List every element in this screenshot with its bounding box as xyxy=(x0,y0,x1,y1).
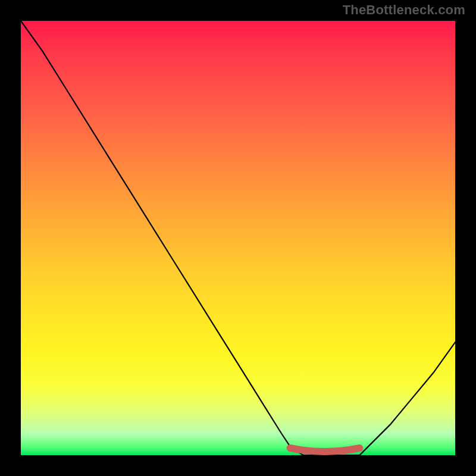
plot-area xyxy=(21,21,455,455)
bottleneck-curve xyxy=(21,21,455,455)
curve-layer xyxy=(21,21,455,455)
watermark-text: TheBottleneck.com xyxy=(343,2,465,18)
optimal-range-marker xyxy=(290,448,360,452)
chart-frame: TheBottleneck.com xyxy=(0,0,476,476)
